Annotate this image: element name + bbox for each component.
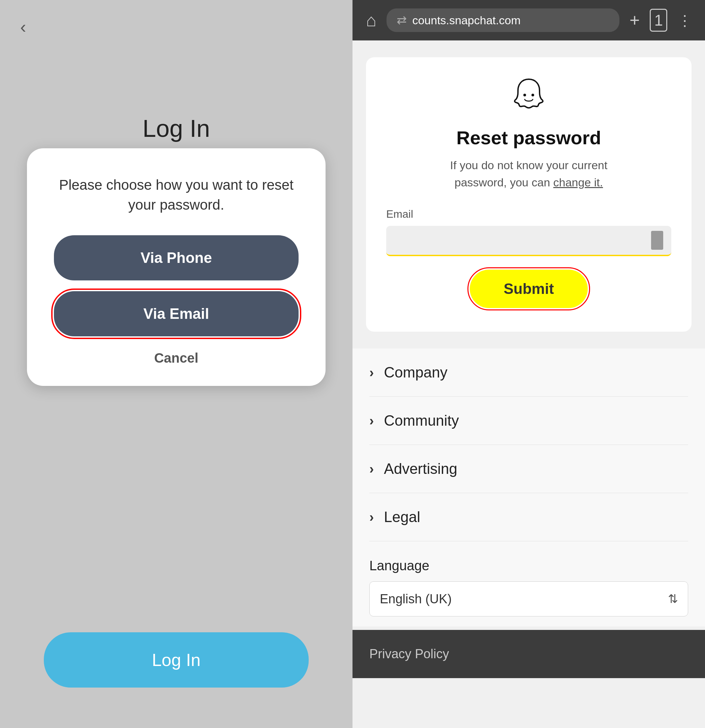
email-input[interactable] bbox=[386, 226, 671, 256]
snapchat-ghost-icon bbox=[512, 78, 546, 115]
back-arrow-button[interactable]: ‹ bbox=[20, 17, 26, 37]
language-select-wrapper[interactable]: English (UK) English (US) ⇅ bbox=[369, 581, 688, 617]
language-title: Language bbox=[369, 558, 688, 573]
community-label: Community bbox=[384, 412, 459, 429]
browser-address-bar[interactable]: ⇄ counts.snapchat.com bbox=[387, 9, 620, 32]
email-label: Email bbox=[386, 208, 413, 220]
legal-link[interactable]: › Legal bbox=[369, 493, 688, 541]
submit-button[interactable]: Submit bbox=[470, 270, 587, 308]
login-title: Log In bbox=[143, 115, 210, 142]
reset-password-subtitle: If you do not know your current password… bbox=[450, 157, 608, 191]
browser-menu-icon[interactable]: ⋮ bbox=[678, 12, 692, 29]
language-section: Language English (UK) English (US) ⇅ bbox=[352, 541, 705, 627]
text-cursor bbox=[651, 231, 663, 250]
page-content: Reset password If you do not know your c… bbox=[352, 40, 705, 728]
modal-description: Please choose how you want to reset your… bbox=[54, 175, 299, 215]
new-tab-icon[interactable]: + bbox=[630, 10, 640, 30]
cancel-button[interactable]: Cancel bbox=[154, 351, 198, 366]
legal-label: Legal bbox=[384, 508, 420, 526]
company-link[interactable]: › Company bbox=[369, 348, 688, 397]
chevron-right-icon: › bbox=[369, 510, 374, 525]
advertising-label: Advertising bbox=[384, 461, 457, 477]
login-bottom-button[interactable]: Log In bbox=[44, 632, 309, 688]
reset-password-card: Reset password If you do not know your c… bbox=[366, 57, 692, 332]
company-label: Company bbox=[384, 364, 447, 381]
community-link[interactable]: › Community bbox=[369, 397, 688, 445]
browser-chrome: ⌂ ⇄ counts.snapchat.com + 1 ⋮ bbox=[352, 0, 705, 40]
chevron-right-icon: › bbox=[369, 461, 374, 477]
left-panel: ‹ Log In USERNAME OR EMAIL Please choose… bbox=[0, 0, 352, 728]
chevron-right-icon: › bbox=[369, 365, 374, 380]
via-email-button[interactable]: Via Email bbox=[54, 291, 299, 337]
privacy-policy-link[interactable]: Privacy Policy bbox=[369, 647, 449, 661]
reset-password-modal: Please choose how you want to reset your… bbox=[27, 148, 325, 386]
via-phone-button[interactable]: Via Phone bbox=[54, 235, 299, 280]
chevron-right-icon: › bbox=[369, 413, 374, 428]
browser-home-icon[interactable]: ⌂ bbox=[366, 10, 376, 30]
right-panel: ⌂ ⇄ counts.snapchat.com + 1 ⋮ Reset pass… bbox=[352, 0, 705, 728]
privacy-footer: Privacy Policy bbox=[352, 630, 705, 678]
tracking-protection-icon: ⇄ bbox=[397, 13, 407, 27]
tabs-count-icon[interactable]: 1 bbox=[650, 9, 667, 32]
browser-url-text: counts.snapchat.com bbox=[412, 14, 520, 27]
language-select[interactable]: English (UK) English (US) bbox=[369, 581, 688, 617]
reset-password-title: Reset password bbox=[456, 127, 601, 149]
svg-point-1 bbox=[532, 94, 534, 97]
svg-point-0 bbox=[523, 94, 526, 97]
footer-links: › Company › Community › Advertising › Le… bbox=[352, 348, 705, 541]
advertising-link[interactable]: › Advertising bbox=[369, 445, 688, 493]
